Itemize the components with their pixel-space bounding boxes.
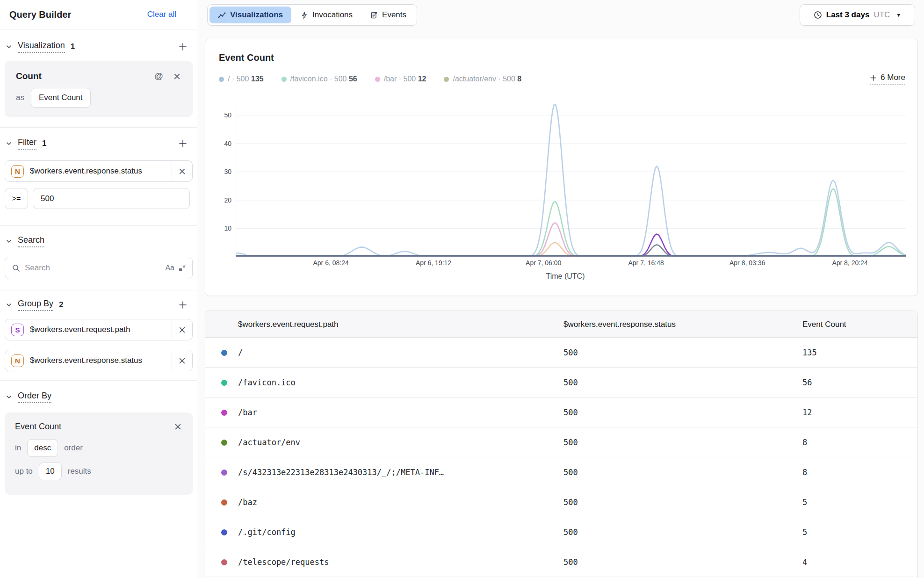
remove-filter-button[interactable] xyxy=(172,161,192,181)
x-tick-label: Apr 8, 20:24 xyxy=(832,259,867,267)
column-header-status: $workers.event.response.status xyxy=(563,311,676,338)
legend-dot-icon xyxy=(444,77,449,82)
series-color-dot-icon xyxy=(221,410,227,416)
tab-label: Events xyxy=(382,10,406,20)
table-row: /actuator/env5008 xyxy=(205,427,917,457)
path-cell: /baz xyxy=(238,487,257,517)
chevron-down-icon[interactable] xyxy=(5,393,13,401)
table-row: /500135 xyxy=(205,338,917,368)
legend-more-button[interactable]: 6 More xyxy=(870,73,905,85)
legend-label: /bar · 500 12 xyxy=(384,75,426,83)
visualization-section-header: Visualization 1 xyxy=(0,37,197,56)
add-group-by-button[interactable] xyxy=(178,300,188,310)
group-by-field-pill[interactable]: N $workers.event.response.status xyxy=(5,350,193,371)
y-tick-label: 10 xyxy=(209,224,231,232)
result-limit-button[interactable]: 10 xyxy=(39,462,62,480)
status-cell: 500 xyxy=(563,487,578,517)
view-tabs: Visualizations Invocations Events xyxy=(207,4,417,26)
path-cell: / xyxy=(238,338,243,368)
add-filter-button[interactable] xyxy=(178,138,188,149)
tab-events[interactable]: Events xyxy=(362,7,415,23)
count-cell: 8 xyxy=(802,457,807,487)
clock-icon xyxy=(814,11,822,19)
order-label: order xyxy=(64,443,83,453)
path-cell: /actuator/env xyxy=(238,427,300,457)
legend-label: / · 500 135 xyxy=(228,75,264,83)
visualization-count: 1 xyxy=(71,42,75,51)
count-cell: 12 xyxy=(802,397,812,427)
table-row: /bar50012 xyxy=(205,397,917,427)
legend-value: 12 xyxy=(418,75,426,83)
column-header-count: Event Count xyxy=(802,311,846,338)
chart-series-line xyxy=(236,189,906,256)
chart-series-line xyxy=(236,104,906,256)
legend-label: /actuator/env · 500 8 xyxy=(453,75,521,83)
filter-section-label: Filter xyxy=(18,137,36,150)
count-cell: 56 xyxy=(802,368,812,397)
group-by-field-pill[interactable]: S $workers.event.request.path xyxy=(5,319,193,340)
search-input[interactable] xyxy=(25,263,160,273)
remove-group-by-button[interactable] xyxy=(172,319,192,340)
filter-field-pill[interactable]: N $workers.event.response.status xyxy=(5,160,193,182)
more-label: 6 More xyxy=(881,73,905,82)
alias-at-icon[interactable]: @ xyxy=(153,70,164,82)
series-color-dot-icon xyxy=(221,559,227,565)
series-color-dot-icon xyxy=(221,470,227,476)
visualization-alias-button[interactable]: Event Count xyxy=(31,88,91,108)
lightning-icon xyxy=(301,11,308,19)
chart-plot-area[interactable] xyxy=(236,101,906,257)
status-cell: 500 xyxy=(563,338,578,368)
path-cell: /telescope/requests xyxy=(238,547,329,577)
remove-group-by-button[interactable] xyxy=(172,350,192,371)
count-cell: 8 xyxy=(802,427,807,457)
clear-all-button[interactable]: Clear all xyxy=(147,10,176,19)
status-cell: 500 xyxy=(563,517,578,547)
tab-visualizations[interactable]: Visualizations xyxy=(209,7,291,23)
section-divider xyxy=(0,127,197,128)
series-color-dot-icon xyxy=(221,529,227,535)
path-cell: /bar xyxy=(238,397,257,427)
filter-operator-button[interactable]: >= xyxy=(5,188,28,209)
x-axis-title: Time (UTC) xyxy=(546,272,585,281)
chevron-down-icon[interactable] xyxy=(5,301,13,309)
legend-item[interactable]: / · 500 135 xyxy=(219,75,264,83)
legend-value: 135 xyxy=(251,75,264,83)
x-tick-label: Apr 7, 16:48 xyxy=(628,259,664,267)
tab-invocations[interactable]: Invocations xyxy=(292,7,361,23)
string-field-icon: S xyxy=(11,324,24,336)
remove-order-by-button[interactable] xyxy=(173,422,182,431)
regex-icon[interactable]: * xyxy=(179,264,186,272)
visualization-function: Count xyxy=(16,71,42,81)
chevron-down-icon[interactable] xyxy=(5,43,13,51)
legend-value: 56 xyxy=(349,75,357,83)
group-by-section-header: Group By 2 xyxy=(0,296,197,314)
time-range-selector[interactable]: Last 3 days UTC ▼ xyxy=(800,4,915,26)
visualization-section-label: Visualization xyxy=(18,41,65,53)
query-builder-sidebar: Query Builder Clear all Visualization 1 … xyxy=(0,0,197,578)
legend-item[interactable]: /bar · 500 12 xyxy=(375,75,426,83)
status-cell: 500 xyxy=(563,547,578,577)
results-label: results xyxy=(68,467,91,476)
chevron-down-icon[interactable] xyxy=(5,237,13,246)
status-cell: 500 xyxy=(563,397,578,427)
order-direction-button[interactable]: desc xyxy=(27,439,58,457)
count-cell: 5 xyxy=(802,517,807,547)
filter-value-input[interactable] xyxy=(33,188,190,209)
as-label: as xyxy=(16,93,24,102)
x-tick-label: Apr 8, 03:36 xyxy=(729,259,765,267)
y-tick-label: 40 xyxy=(209,140,231,147)
page: Query Builder Clear all Visualization 1 … xyxy=(0,0,924,578)
search-section-header: Search xyxy=(0,232,197,251)
legend-item[interactable]: /favicon.ico · 500 56 xyxy=(282,75,357,83)
chevron-down-icon[interactable] xyxy=(5,139,13,148)
table-row: /s/432313e22313e28313e2430313/_/;/META-I… xyxy=(205,457,917,487)
table-row: /telescope/requests5004 xyxy=(205,547,917,577)
add-visualization-button[interactable] xyxy=(178,42,188,52)
order-by-card: Event Count in desc order up to 10 resul… xyxy=(5,412,193,495)
legend-value: 8 xyxy=(517,75,521,83)
legend-item[interactable]: /actuator/env · 500 8 xyxy=(444,75,521,83)
match-case-icon[interactable]: Aa xyxy=(165,264,174,272)
legend-dot-icon xyxy=(282,77,287,82)
line-chart-icon xyxy=(218,11,226,19)
remove-visualization-button[interactable] xyxy=(173,72,181,81)
